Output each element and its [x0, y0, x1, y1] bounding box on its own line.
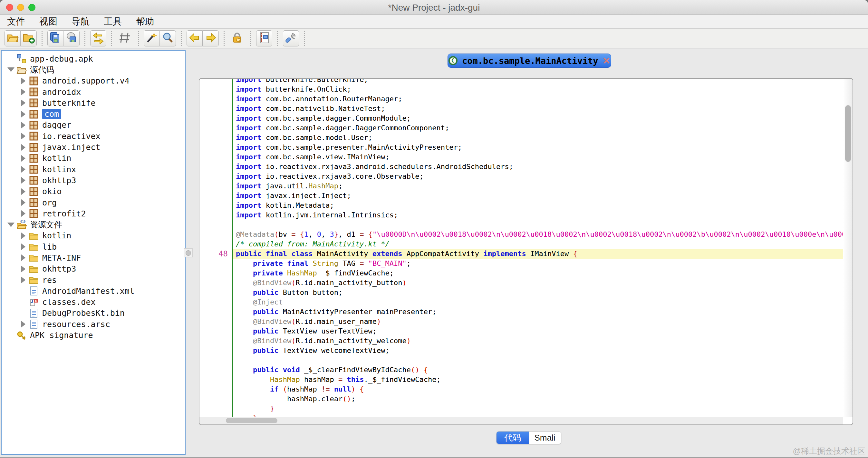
file-tree-panel[interactable]: app-debug.apk源代码android.support.v4androi… — [1, 50, 186, 455]
tree-item-okhttp3[interactable]: okhttp3 — [2, 175, 185, 186]
collapsed-arrow-icon[interactable] — [18, 199, 29, 206]
tab-close-icon[interactable]: ✕ — [603, 55, 610, 66]
tree-item-android-support-v4[interactable]: android.support.v4 — [2, 76, 185, 86]
svg-text:010: 010 — [20, 220, 26, 223]
log-viewer-button[interactable] — [256, 30, 272, 47]
collapsed-arrow-icon[interactable] — [18, 254, 29, 261]
pkg-icon — [29, 98, 39, 108]
save-all-button[interactable] — [48, 30, 63, 47]
code-line: import javax.inject.Inject; — [232, 191, 852, 201]
add-file-button[interactable] — [21, 30, 37, 47]
tree-item-label: 资源文件 — [30, 219, 62, 230]
collapsed-arrow-icon[interactable] — [18, 166, 29, 173]
back-button[interactable] — [187, 30, 203, 47]
tree-item-butterknife[interactable]: butterknife — [2, 97, 185, 108]
tree-item-label: DebugProbesKt.bin — [42, 308, 125, 318]
collapsed-arrow-icon[interactable] — [18, 177, 29, 184]
tree-item-label: app-debug.apk — [30, 54, 93, 63]
toolbar-separator — [111, 31, 112, 46]
editor-tab-mainactivity[interactable]: C com.bc.sample.MainActivity ✕ — [447, 54, 611, 68]
doc-icon — [29, 308, 39, 318]
collapsed-arrow-icon[interactable] — [18, 88, 29, 95]
collapsed-arrow-icon[interactable] — [18, 99, 29, 107]
tree-item-app-debug-apk[interactable]: app-debug.apk — [2, 53, 185, 64]
collapsed-arrow-icon[interactable] — [18, 122, 29, 129]
menu-item[interactable]: 文件 — [7, 16, 25, 28]
bottom-tab-smali[interactable]: Smali — [529, 432, 561, 444]
tree-item-apk-signature[interactable]: APK signature — [2, 330, 185, 341]
tree-item--[interactable]: 源代码 — [2, 64, 185, 75]
tree-item-javax-inject[interactable]: javax.inject — [2, 142, 185, 152]
preferences-button[interactable] — [283, 30, 299, 47]
tree-item--[interactable]: 010资源文件 — [2, 219, 185, 230]
menu-bar: 文件视图导航工具帮助 — [0, 15, 868, 29]
export-button[interactable] — [63, 30, 80, 47]
collapsed-arrow-icon[interactable] — [18, 210, 29, 217]
splitter-handle[interactable] — [184, 248, 193, 257]
tree-item-retrofit2[interactable]: retrofit2 — [2, 208, 185, 219]
tree-item-org[interactable]: org — [2, 197, 185, 208]
bottom-tab-code[interactable]: 代码 — [497, 432, 529, 444]
collapsed-arrow-icon[interactable] — [18, 232, 29, 239]
pkg-icon — [29, 120, 39, 130]
tree-item-okio[interactable]: okio — [2, 186, 185, 197]
toolbar-separator — [138, 31, 139, 46]
splitter-knob-icon — [186, 250, 191, 256]
deobfuscation-button[interactable] — [144, 30, 160, 47]
code-line: @BindView(R.id.main_activity_welcome) — [232, 336, 852, 346]
tree-item-classes-dex[interactable]: Jxclasses.dex — [2, 297, 185, 308]
collapsed-arrow-icon[interactable] — [18, 133, 29, 140]
lock-edit-button[interactable] — [229, 30, 246, 47]
toolbar-separator — [304, 31, 305, 46]
forward-button[interactable] — [203, 30, 219, 47]
tree-item-androidmanifest-xml[interactable]: AndroidManifest.xml — [2, 285, 185, 296]
tree-item-dagger[interactable]: dagger — [2, 120, 185, 131]
collapsed-arrow-icon[interactable] — [18, 78, 29, 85]
toolbar-separator — [181, 31, 182, 46]
code-line: @Inject — [232, 297, 852, 307]
toolbar-separator — [224, 31, 224, 46]
tree-item-kotlin[interactable]: kotlin — [2, 153, 185, 164]
tree-item-kotlinx[interactable]: kotlinx — [2, 164, 185, 175]
doc-icon — [29, 319, 39, 329]
tree-item-com[interactable]: com — [2, 108, 185, 119]
sync-button[interactable] — [90, 30, 106, 47]
flat-packages-button[interactable] — [117, 30, 133, 47]
collapsed-arrow-icon[interactable] — [18, 111, 29, 118]
pkg-icon — [29, 187, 39, 196]
collapsed-arrow-icon[interactable] — [18, 265, 29, 273]
expanded-arrow-icon[interactable] — [5, 67, 17, 72]
collapsed-arrow-icon[interactable] — [18, 277, 29, 284]
menu-item[interactable]: 帮助 — [136, 16, 154, 28]
editor-tab-label: com.bc.sample.MainActivity — [462, 56, 598, 66]
collapsed-arrow-icon[interactable] — [18, 144, 29, 151]
code-line: import com.bc.sample.dagger.CommonModule… — [232, 114, 852, 123]
expanded-arrow-icon[interactable] — [5, 223, 17, 227]
tree-item-debugprobeskt-bin[interactable]: DebugProbesKt.bin — [2, 308, 185, 319]
open-file-button[interactable] — [4, 30, 21, 47]
code-editor-panel[interactable]: 48 import butterknife.ButterKnife;import… — [199, 78, 853, 425]
collapsed-arrow-icon[interactable] — [18, 155, 29, 162]
tree-item-kotlin[interactable]: kotlin — [2, 230, 185, 241]
vertical-scrollbar-thumb[interactable] — [845, 105, 851, 162]
gutter-line-number: 48 — [199, 249, 228, 259]
menu-item[interactable]: 导航 — [71, 16, 90, 28]
quark-search-button[interactable] — [160, 30, 176, 47]
horizontal-scrollbar-thumb[interactable] — [226, 418, 277, 423]
collapsed-arrow-icon[interactable] — [18, 243, 29, 250]
folder-icon — [29, 242, 39, 252]
tree-item-io-reactivex[interactable]: io.reactivex — [2, 131, 185, 142]
menu-item[interactable]: 工具 — [104, 16, 122, 28]
vertical-scrollbar[interactable] — [843, 79, 852, 417]
tree-item-resources-arsc[interactable]: resources.arsc — [2, 319, 185, 330]
collapsed-arrow-icon[interactable] — [18, 321, 29, 328]
tree-item-meta-inf[interactable]: META-INF — [2, 252, 185, 263]
collapsed-arrow-icon[interactable] — [18, 188, 29, 195]
tree-item-lib[interactable]: lib — [2, 241, 185, 252]
tree-item-okhttp3[interactable]: okhttp3 — [2, 263, 185, 275]
tree-item-androidx[interactable]: androidx — [2, 86, 185, 97]
horizontal-scrollbar[interactable] — [199, 417, 843, 425]
tree-item-label: kotlin — [42, 231, 71, 240]
tree-item-res[interactable]: res — [2, 275, 185, 285]
menu-item[interactable]: 视图 — [39, 16, 57, 28]
